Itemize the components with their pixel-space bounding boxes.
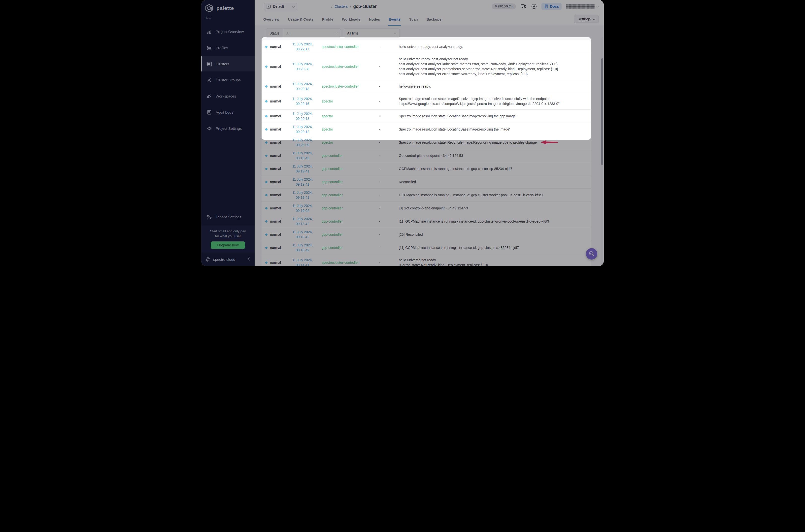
annotation-arrow-icon (540, 140, 558, 145)
sidebar-item-label: Profiles (216, 46, 228, 50)
status-dot-icon (265, 46, 268, 48)
event-message-line: Spectro image resolution state 'Reconcil… (399, 140, 585, 145)
breadcrumb-clusters-link[interactable]: Clusters (334, 4, 348, 8)
event-message-line: hello-universe not ready. (399, 258, 585, 263)
tab-backups[interactable]: Backups (426, 17, 442, 25)
sidebar-bottom: Tenant Settings Start small and only pay… (201, 209, 255, 266)
event-timestamp: 11 July 2024, 09:22:17 (288, 40, 318, 53)
event-row: normal 11 July 2024, 09:19:41 gcp-contro… (262, 175, 591, 189)
event-involved-object: - (375, 45, 394, 49)
chevron-down-icon (292, 5, 295, 7)
docs-button[interactable]: Docs (541, 3, 561, 10)
chevron-down-icon (335, 31, 338, 34)
event-message: Spectro image resolution state 'ImageRes… (394, 93, 591, 110)
sidebar-item-audit-logs[interactable]: Audit Logs (201, 105, 255, 120)
event-message: Spectro image resolution state 'Reconcil… (394, 137, 591, 148)
event-source: gcp-controller (318, 180, 375, 184)
event-status: normal (262, 140, 288, 145)
audit-logs-icon (207, 110, 212, 115)
sidebar-item-tenant-settings[interactable]: Tenant Settings (201, 209, 255, 225)
event-involved-object: - (375, 99, 394, 103)
event-row: normal 11 July 2024, 09:19:02 gcp-contro… (262, 202, 591, 215)
event-row: normal 11 July 2024, 09:20:09 spectro - … (262, 136, 591, 149)
sidebar-item-workspaces[interactable]: Workspaces (201, 89, 255, 104)
event-timestamp: 11 July 2024, 09:20:12 (288, 123, 318, 136)
event-message: hello-universe ready. cost-analyzer read… (394, 41, 591, 52)
event-source: spectrocluster-controller (318, 64, 375, 69)
event-status: normal (262, 45, 288, 49)
promo-line2: for what you use! (204, 234, 252, 239)
chat-icon[interactable] (520, 3, 526, 10)
status-dot-icon (265, 168, 268, 170)
event-message-line: Reconciled (399, 179, 585, 184)
tab-nodes[interactable]: Nodes (368, 17, 380, 25)
user-menu[interactable] (566, 4, 599, 9)
scrollbar-track (601, 37, 603, 266)
sidebar-item-clusters[interactable]: Clusters (201, 56, 255, 72)
event-message-line: Got control-plane endpoint - 34.49.124.5… (399, 153, 585, 158)
event-row: normal 11 July 2024, 09:14:41 spectroclu… (262, 254, 591, 266)
upgrade-now-button[interactable]: Upgrade now (211, 242, 245, 249)
event-row: normal 11 July 2024, 09:20:18 spectroclu… (262, 80, 591, 93)
sidebar: palette 4.4.7 Project Overview Profiles … (201, 0, 255, 266)
event-involved-object: - (375, 180, 394, 184)
time-range-filter[interactable]: All time (344, 28, 400, 38)
event-source: gcp-controller (318, 232, 375, 236)
event-message-line: [25] Reconciled (399, 232, 585, 237)
workspaces-icon (207, 94, 212, 99)
event-message: [11] GCPMachine instance is running - in… (394, 216, 591, 227)
event-timestamp: 11 July 2024, 09:20:38 (288, 60, 318, 73)
event-status: normal (262, 220, 288, 223)
tab-workloads[interactable]: Workloads (342, 17, 361, 25)
promo-line1: Start small and only pay (204, 229, 252, 234)
event-message-line: cost-analyzer-cost-analyzer-kube-state-m… (399, 61, 585, 66)
top-bar: Default / Clusters / gcp-cluster 0.29/10… (255, 0, 604, 13)
tab-overview[interactable]: Overview (263, 17, 280, 25)
event-timestamp: 11 July 2024, 09:18:42 (288, 241, 318, 254)
sidebar-item-label: Cluster Groups (216, 78, 241, 82)
time-range-value: All time (344, 31, 359, 35)
event-message: GCPMachine instance is running - instanc… (394, 189, 591, 201)
tab-profile[interactable]: Profile (322, 17, 334, 25)
help-search-fab[interactable] (586, 248, 597, 260)
event-timestamp: 11 July 2024, 09:14:41 (288, 256, 318, 266)
event-involved-object: - (375, 232, 394, 236)
event-message: hello-universe ready. cost-analyzer not … (394, 53, 591, 80)
event-row: normal 11 July 2024, 09:22:17 spectroclu… (262, 40, 591, 53)
settings-button[interactable]: Settings (574, 15, 599, 23)
sidebar-item-project-settings[interactable]: Project Settings (201, 121, 255, 136)
event-message: Spectro image resolution state 'Locating… (394, 124, 591, 135)
event-involved-object: - (375, 154, 394, 157)
event-message: [11] GCPMachine instance is running - in… (394, 242, 591, 253)
tab-usage-costs[interactable]: Usage & Costs (288, 17, 314, 25)
event-message-line: [11] GCPMachine instance is running - in… (399, 245, 585, 250)
event-source: gcp-controller (318, 154, 375, 157)
compass-icon[interactable] (531, 3, 537, 10)
event-message: hello-universe ready. (394, 81, 591, 92)
chevron-down-icon (596, 5, 599, 7)
tab-scan[interactable]: Scan (409, 17, 418, 25)
tab-events[interactable]: Events (388, 17, 401, 25)
user-name-redacted (566, 4, 595, 9)
event-involved-object: - (375, 220, 394, 223)
event-status: normal (262, 154, 288, 157)
status-dot-icon (265, 220, 268, 223)
sidebar-nav: Project Overview Profiles Clusters Clust… (201, 24, 255, 137)
sidebar-item-cluster-groups[interactable]: Cluster Groups (201, 73, 255, 88)
event-source: gcp-controller (318, 167, 375, 171)
status-dot-icon (265, 194, 268, 196)
project-selector[interactable]: Default (264, 3, 297, 11)
status-filter-value: All (283, 31, 290, 35)
sidebar-collapse-icon[interactable] (248, 257, 251, 261)
event-message: [3] Got control-plane endpoint - 34.49.1… (394, 203, 591, 214)
sidebar-item-profiles[interactable]: Profiles (201, 40, 255, 55)
sidebar-item-label: Project Overview (216, 30, 244, 34)
status-filter[interactable]: Status All (266, 28, 341, 38)
event-involved-object: - (375, 167, 394, 171)
scrollbar-thumb[interactable] (601, 58, 603, 165)
event-timestamp: 11 July 2024, 09:19:43 (288, 149, 318, 162)
cluster-tabs: OverviewUsage & CostsProfileWorkloadsNod… (255, 13, 604, 26)
sidebar-item-project-overview[interactable]: Project Overview (201, 24, 255, 39)
event-source: gcp-controller (318, 220, 375, 223)
event-row: normal 11 July 2024, 09:20:13 spectro - … (262, 110, 591, 123)
